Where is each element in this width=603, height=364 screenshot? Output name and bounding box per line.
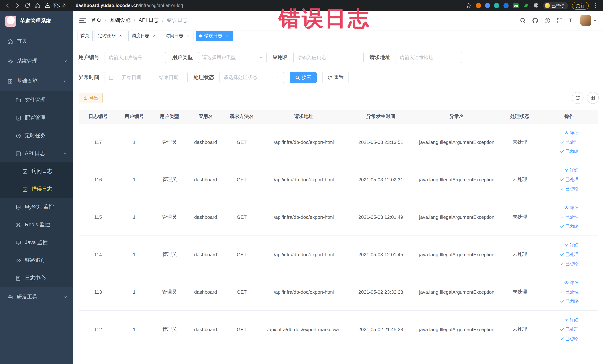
filter-app-name: 应用名 (272, 52, 364, 63)
bookmark-star-icon[interactable] (466, 3, 472, 9)
mark-processed-link[interactable]: 已处理 (560, 326, 579, 332)
mark-ignored-link[interactable]: 已忽略 (560, 260, 579, 267)
check-icon (560, 336, 564, 341)
extension-icon-darkblue[interactable] (503, 3, 509, 8)
tab-scheduler-logs[interactable]: 调度日志 (128, 31, 160, 41)
app-name-input[interactable] (293, 52, 364, 63)
close-icon[interactable] (152, 33, 157, 38)
database-icon (16, 204, 21, 210)
close-icon[interactable] (185, 33, 191, 38)
reset-button[interactable]: 重置 (322, 72, 349, 83)
github-icon[interactable] (532, 17, 538, 23)
clock-icon (16, 133, 21, 139)
sidebar-item-mysql-monitor[interactable]: MySQL 监控 (0, 198, 73, 216)
sidebar-item-error-logs[interactable]: 错误日志 (0, 180, 73, 198)
tab-home[interactable]: 首页 (77, 31, 93, 41)
mark-processed-link[interactable]: 已处理 (560, 289, 579, 295)
paused-badge[interactable]: 已暂停 (543, 2, 568, 9)
fullscreen-icon[interactable] (557, 17, 563, 23)
sidebar-item-java-monitor[interactable]: Java 监控 (0, 234, 73, 251)
user-menu[interactable] (580, 15, 597, 26)
extension-icon-orange[interactable] (476, 3, 481, 8)
sidebar-item-link-tracing[interactable]: 链路追踪 (0, 251, 73, 269)
sidebar-item-api-logs[interactable]: API 日志 (0, 145, 73, 163)
request-url-input[interactable] (395, 52, 462, 63)
cell-exception-name: java.lang.IllegalArgumentException (414, 123, 499, 161)
mark-processed-link[interactable]: 已处理 (560, 139, 579, 145)
avatar (580, 15, 591, 26)
user-type-select[interactable]: 请选择用户类型 (198, 52, 267, 63)
detail-link[interactable]: 详细 (564, 317, 579, 323)
sidebar-item-config-management[interactable]: 配置管理 (0, 109, 73, 127)
breadcrumb-api-logs[interactable]: API 日志 (139, 17, 164, 24)
folder-icon (16, 97, 21, 103)
browser-menu-dots-icon[interactable] (593, 3, 599, 9)
extension-icon-blue[interactable] (485, 3, 490, 8)
mark-ignored-link[interactable]: 已忽略 (560, 223, 579, 229)
leaf-extension-icon[interactable] (523, 3, 529, 9)
forward-icon[interactable] (14, 3, 20, 9)
text-size-icon[interactable] (569, 17, 574, 23)
reload-icon[interactable] (24, 3, 30, 9)
browser-update-button[interactable]: 更新 (572, 2, 589, 10)
sidebar-item-system-management[interactable]: 系统管理 (0, 51, 73, 71)
back-icon[interactable] (4, 3, 10, 9)
breadcrumb-home[interactable]: 首页 (91, 17, 106, 24)
tab-access-logs[interactable]: 访问日志 (162, 31, 194, 41)
user-id-input[interactable] (104, 52, 166, 63)
breadcrumb-infrastructure[interactable]: 基础设施 (110, 17, 135, 24)
tab-scheduled-tasks[interactable]: 定时任务 (94, 31, 127, 41)
mark-ignored-link[interactable]: 已忽略 (560, 186, 579, 192)
cell-method: GET (223, 236, 260, 273)
detail-link[interactable]: 详细 (564, 205, 579, 211)
close-icon[interactable] (224, 33, 230, 38)
date-range-picker[interactable]: 开始日期 - 结束日期 (104, 72, 188, 83)
mark-ignored-link[interactable]: 已忽略 (560, 335, 579, 342)
mark-ignored-link[interactable]: 已忽略 (560, 148, 579, 154)
search-icon[interactable] (520, 17, 526, 23)
sidebar-item-scheduled-tasks[interactable]: 定时任务 (0, 127, 73, 145)
sidebar-item-access-logs[interactable]: 访问日志 (0, 163, 73, 180)
column-settings-button[interactable] (587, 92, 599, 104)
detail-link[interactable]: 详细 (564, 167, 579, 173)
mark-processed-link[interactable]: 已处理 (560, 214, 579, 220)
extension-on-badge[interactable]: on (513, 3, 519, 8)
help-icon[interactable] (544, 17, 551, 23)
refresh-table-button[interactable] (571, 92, 583, 104)
col-exception-time: 异常发生时间 (347, 110, 414, 123)
sidebar-item-redis-monitor[interactable]: Redis 监控 (0, 216, 73, 234)
request-url-label: 请求地址 (370, 54, 390, 61)
sidebar-item-file-management[interactable]: 文件管理 (0, 91, 73, 109)
cell-method: GET (223, 311, 260, 348)
mark-processed-link[interactable]: 已处理 (560, 176, 579, 183)
url-domain: dashboard.yudao.iocoder.cn (76, 3, 139, 8)
search-button[interactable]: 搜索 (290, 72, 317, 83)
cell-exception-name: java.lang.IllegalArgumentException (414, 273, 499, 311)
security-indicator[interactable]: 不安全 (45, 2, 71, 9)
sidebar-item-home[interactable]: 首页 (0, 31, 73, 51)
edit-icon (16, 115, 21, 121)
close-icon[interactable] (118, 33, 123, 38)
process-status-select[interactable]: 请选择处理状态 (220, 72, 284, 83)
hamburger-icon[interactable] (79, 18, 86, 23)
browser-home-icon[interactable] (35, 3, 40, 9)
download-icon (83, 96, 88, 100)
sidebar-item-dev-tools[interactable]: 研发工具 (0, 287, 73, 307)
tab-error-logs[interactable]: 错误日志 (196, 31, 233, 41)
detail-link[interactable]: 详细 (564, 130, 579, 136)
detail-link[interactable]: 详细 (564, 280, 579, 286)
cell-exception-name: java.lang.IllegalArgumentException (414, 311, 499, 348)
sidebar: 芋道管理系统 首页 系统管理 基础设施 文件管理 配 (0, 11, 73, 364)
export-button[interactable]: 导出 (79, 93, 103, 103)
mark-ignored-link[interactable]: 已忽略 (560, 298, 579, 304)
address-bar[interactable]: dashboard.yudao.iocoder.cn/infra/log/api… (76, 3, 462, 8)
extensions-puzzle-icon[interactable] (533, 3, 539, 9)
cell-app-name: dashboard (188, 273, 223, 311)
check-icon (560, 149, 564, 153)
logo[interactable]: 芋道管理系统 (0, 11, 73, 31)
detail-link[interactable]: 详细 (564, 242, 579, 248)
extension-icon-teal[interactable] (494, 3, 499, 8)
mark-processed-link[interactable]: 已处理 (560, 251, 579, 258)
sidebar-item-infrastructure[interactable]: 基础设施 (0, 71, 73, 91)
sidebar-item-log-center[interactable]: 日志中心 (0, 269, 73, 287)
